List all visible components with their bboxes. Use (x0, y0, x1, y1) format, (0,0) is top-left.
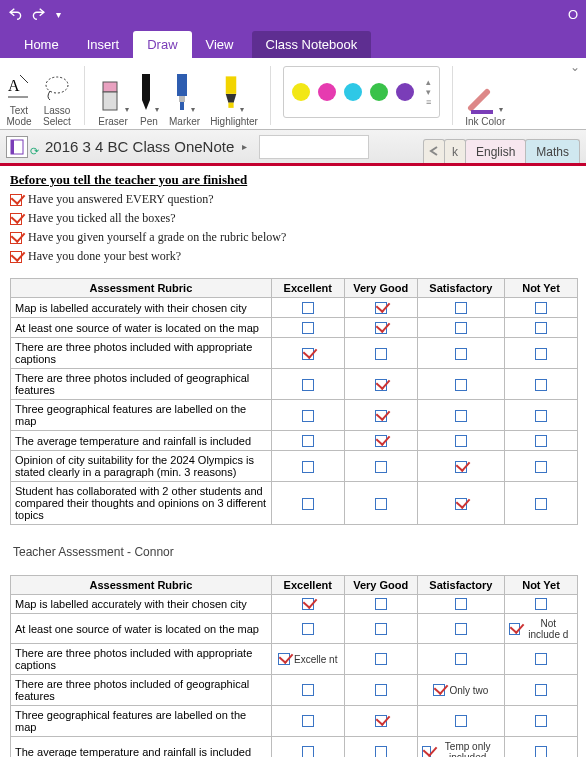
rubric-cell[interactable] (271, 431, 344, 451)
notebook-icon[interactable] (6, 136, 28, 158)
ribbon-collapse-icon[interactable]: ⌄ (570, 60, 580, 74)
rubric-cell[interactable] (417, 338, 504, 369)
checkbox-icon[interactable] (375, 498, 387, 510)
rubric-cell[interactable] (417, 614, 504, 644)
rubric-cell[interactable] (344, 737, 417, 757)
rubric-cell[interactable] (505, 706, 578, 737)
rubric-cell[interactable] (344, 675, 417, 706)
checkbox-icon[interactable] (433, 684, 445, 696)
marker-button[interactable]: ▾ Marker (169, 62, 200, 129)
checkbox-icon[interactable] (375, 684, 387, 696)
rubric-cell[interactable] (344, 595, 417, 614)
rubric-cell[interactable] (271, 318, 344, 338)
rubric-cell[interactable] (271, 369, 344, 400)
rubric-cell[interactable] (505, 675, 578, 706)
checkbox-icon[interactable] (455, 379, 467, 391)
checkbox-icon[interactable] (302, 410, 314, 422)
rubric-cell[interactable] (271, 706, 344, 737)
rubric-cell[interactable] (417, 482, 504, 525)
color-swatches[interactable]: ▴▾≡ (283, 66, 440, 118)
checkbox-icon[interactable] (10, 194, 22, 206)
checkbox-icon[interactable] (535, 684, 547, 696)
eraser-button[interactable]: ▾ Eraser (97, 62, 129, 129)
rubric-cell[interactable] (344, 298, 417, 318)
ink-color-button[interactable]: ▾ Ink Color (465, 62, 505, 129)
text-mode-button[interactable]: A Text Mode (6, 62, 32, 129)
checkbox-icon[interactable] (302, 461, 314, 473)
rubric-cell[interactable] (505, 431, 578, 451)
rubric-cell[interactable] (505, 737, 578, 757)
rubric-cell[interactable] (417, 298, 504, 318)
rubric-cell[interactable] (271, 338, 344, 369)
lasso-select-button[interactable]: Lasso Select (42, 62, 72, 129)
swatch-cyan[interactable] (344, 83, 362, 101)
rubric-cell[interactable] (417, 644, 504, 675)
checkbox-icon[interactable] (535, 410, 547, 422)
tab-home[interactable]: Home (10, 31, 73, 58)
checkbox-icon[interactable] (535, 498, 547, 510)
rubric-cell[interactable] (344, 318, 417, 338)
checkbox-icon[interactable] (302, 322, 314, 334)
tab-insert[interactable]: Insert (73, 31, 134, 58)
checkbox-icon[interactable] (375, 461, 387, 473)
checkbox-icon[interactable] (375, 302, 387, 314)
checkbox-icon[interactable] (455, 598, 467, 610)
rubric-cell[interactable] (344, 400, 417, 431)
rubric-cell[interactable] (271, 595, 344, 614)
checkbox-icon[interactable] (535, 379, 547, 391)
rubric-cell[interactable] (505, 595, 578, 614)
checkbox-icon[interactable] (375, 623, 387, 635)
checkbox-icon[interactable] (455, 498, 467, 510)
checkbox-icon[interactable] (302, 435, 314, 447)
checkbox-icon[interactable] (422, 746, 432, 757)
checkbox-icon[interactable] (455, 322, 467, 334)
rubric-cell[interactable] (271, 614, 344, 644)
checkbox-icon[interactable] (455, 653, 467, 665)
rubric-cell[interactable] (417, 706, 504, 737)
checkbox-icon[interactable] (302, 498, 314, 510)
breadcrumb-field[interactable] (259, 135, 369, 159)
rubric-cell[interactable] (344, 482, 417, 525)
checkbox-icon[interactable] (375, 653, 387, 665)
highlighter-button[interactable]: ▾ Highlighter (210, 62, 258, 129)
checkbox-icon[interactable] (375, 410, 387, 422)
rubric-cell[interactable] (271, 737, 344, 757)
checkbox-icon[interactable] (535, 461, 547, 473)
rubric-cell[interactable] (505, 318, 578, 338)
checkbox-icon[interactable] (302, 684, 314, 696)
section-english[interactable]: English (465, 139, 526, 163)
checkbox-icon[interactable] (375, 435, 387, 447)
section-nav-back[interactable] (423, 139, 445, 163)
rubric-cell[interactable] (505, 369, 578, 400)
rubric-cell[interactable] (344, 614, 417, 644)
checkbox-icon[interactable] (10, 213, 22, 225)
swatch-green[interactable] (370, 83, 388, 101)
checkbox-icon[interactable] (535, 348, 547, 360)
rubric-cell[interactable]: Temp only included (417, 737, 504, 757)
notebook-title[interactable]: 2016 3 4 BC Class OneNote (45, 138, 234, 155)
checkbox-icon[interactable] (302, 598, 314, 610)
checkbox-icon[interactable] (535, 322, 547, 334)
checkbox-icon[interactable] (302, 302, 314, 314)
checkbox-icon[interactable] (10, 232, 22, 244)
redo-icon[interactable] (32, 6, 46, 23)
rubric-cell[interactable] (344, 706, 417, 737)
rubric-cell[interactable] (271, 451, 344, 482)
rubric-cell[interactable] (505, 400, 578, 431)
checkbox-icon[interactable] (302, 379, 314, 391)
checkbox-icon[interactable] (455, 461, 467, 473)
checkbox-icon[interactable] (535, 302, 547, 314)
checkbox-icon[interactable] (10, 251, 22, 263)
section-stub[interactable]: k (444, 139, 466, 163)
checkbox-icon[interactable] (375, 379, 387, 391)
rubric-cell[interactable] (344, 369, 417, 400)
rubric-cell[interactable]: Excelle nt (271, 644, 344, 675)
checkbox-icon[interactable] (455, 435, 467, 447)
swatch-yellow[interactable] (292, 83, 310, 101)
rubric-cell[interactable] (417, 400, 504, 431)
checkbox-icon[interactable] (375, 322, 387, 334)
checkbox-icon[interactable] (535, 653, 547, 665)
rubric-cell[interactable] (344, 644, 417, 675)
rubric-cell[interactable]: Not include d (505, 614, 578, 644)
rubric-cell[interactable] (505, 298, 578, 318)
